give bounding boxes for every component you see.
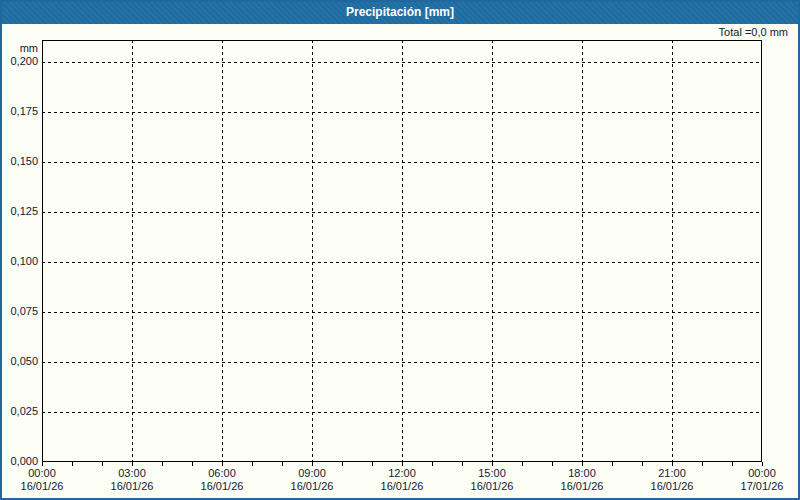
x-tick-date-label: 17/01/26 — [722, 480, 800, 493]
x-tick-date-label: 16/01/26 — [542, 480, 622, 493]
y-tick-label: 0,200 — [2, 55, 38, 68]
x-axis-tick — [282, 462, 283, 466]
y-tick-label: 0,150 — [2, 155, 38, 168]
x-tick-time-label: 03:00 — [92, 467, 172, 480]
x-tick-date-label: 16/01/26 — [182, 480, 262, 493]
x-tick-time-label: 09:00 — [272, 467, 352, 480]
x-grid-line — [672, 40, 673, 462]
x-axis-tick — [552, 462, 553, 466]
x-axis-tick — [612, 462, 613, 466]
x-axis-tick — [582, 462, 583, 466]
y-tick-label: 0,075 — [2, 305, 38, 318]
y-tick-label: 0,100 — [2, 255, 38, 268]
x-tick-time-label: 12:00 — [362, 467, 442, 480]
x-axis-tick — [192, 462, 193, 466]
x-tick-time-label: 18:00 — [542, 467, 622, 480]
x-axis-tick — [492, 462, 493, 466]
x-axis-tick — [732, 462, 733, 466]
x-tick-date-label: 16/01/26 — [362, 480, 442, 493]
x-axis-tick — [642, 462, 643, 466]
x-grid-line — [312, 40, 313, 462]
x-axis-tick — [102, 462, 103, 466]
chart-title: Precipitación [mm] — [346, 5, 454, 19]
x-tick-time-label: 15:00 — [452, 467, 532, 480]
x-axis-tick — [672, 462, 673, 466]
y-tick-label: 0,175 — [2, 105, 38, 118]
x-grid-line — [222, 40, 223, 462]
x-tick-date-label: 16/01/26 — [2, 480, 82, 493]
x-axis-tick — [222, 462, 223, 466]
x-grid-line — [582, 40, 583, 462]
x-axis-tick — [42, 462, 43, 466]
x-axis-tick — [522, 462, 523, 466]
x-tick-time-label: 00:00 — [722, 467, 800, 480]
x-axis-tick — [402, 462, 403, 466]
y-tick-label: 0,125 — [2, 205, 38, 218]
x-tick-time-label: 00:00 — [2, 467, 82, 480]
x-tick-date-label: 16/01/26 — [632, 480, 712, 493]
x-axis-tick — [162, 462, 163, 466]
x-tick-date-label: 16/01/26 — [272, 480, 352, 493]
x-axis-tick — [342, 462, 343, 466]
x-axis-tick — [252, 462, 253, 466]
y-axis-unit-label: mm — [2, 42, 38, 54]
x-axis-tick — [132, 462, 133, 466]
x-grid-line — [402, 40, 403, 462]
x-axis-tick — [462, 462, 463, 466]
x-axis-tick — [432, 462, 433, 466]
x-tick-date-label: 16/01/26 — [452, 480, 532, 493]
chart-title-bar: Precipitación [mm] — [2, 2, 798, 24]
x-axis-tick — [72, 462, 73, 466]
x-axis-tick — [312, 462, 313, 466]
y-tick-label: 0,050 — [2, 355, 38, 368]
chart-window: Precipitación [mm] Total =0,0 mm mm 0,20… — [0, 0, 800, 500]
y-tick-label: 0,025 — [2, 405, 38, 418]
x-tick-time-label: 06:00 — [182, 467, 262, 480]
x-tick-date-label: 16/01/26 — [92, 480, 172, 493]
x-grid-line — [492, 40, 493, 462]
x-tick-time-label: 21:00 — [632, 467, 712, 480]
x-axis-tick — [762, 462, 763, 466]
x-grid-line — [132, 40, 133, 462]
x-axis-tick — [372, 462, 373, 466]
x-axis-tick — [702, 462, 703, 466]
total-annotation: Total =0,0 mm — [719, 26, 788, 38]
